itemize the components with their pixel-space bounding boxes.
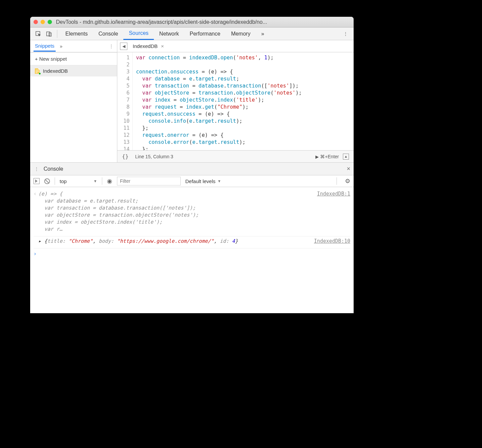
console-toolbar: top▼ ◉ Default levels ▼ ⚙ <box>30 175 354 187</box>
panel-tab-console[interactable]: Console <box>93 27 124 40</box>
filter-input[interactable] <box>117 177 181 185</box>
console-drawer-header: ⋮ Console × <box>30 162 354 175</box>
sidebar-menu-icon[interactable]: ⋮ <box>109 44 114 49</box>
context-selector[interactable]: top▼ <box>60 178 97 184</box>
execution-context-icon[interactable] <box>34 178 40 184</box>
source-link[interactable]: IndexedDB:1 <box>314 190 350 233</box>
console-output: ‹ (e) => { var database = e.target.resul… <box>30 187 354 313</box>
settings-menu-icon[interactable]: ⋮ <box>342 30 350 38</box>
console-message: ‹ (e) => { var database = e.target.resul… <box>34 189 350 236</box>
traffic-lights <box>34 20 52 24</box>
clear-console-icon[interactable] <box>44 178 50 184</box>
sources-sidebar: Snippets » ⋮ + New snippet IndexedDB <box>30 40 117 162</box>
inspect-icon[interactable] <box>34 30 42 38</box>
toggle-navigator-icon[interactable]: ◀ <box>120 43 127 50</box>
toggle-drawer-icon[interactable]: ▲ <box>343 154 349 160</box>
panel-tab-elements[interactable]: Elements <box>60 27 93 40</box>
code-content[interactable]: var connection = indexedDB.open('notes',… <box>133 52 305 150</box>
line-gutter: 123456789101112131415 <box>117 52 133 150</box>
panel-tab-sources[interactable]: Sources <box>123 27 154 40</box>
editor-statusbar: {} Line 15, Column 3 ▶ ⌘+Enter ▲ <box>117 150 354 162</box>
file-tab[interactable]: IndexedDB × <box>133 43 164 49</box>
panel-tab-memory[interactable]: Memory <box>226 27 256 40</box>
file-tab-label: IndexedDB <box>133 43 158 49</box>
svg-rect-5 <box>36 71 39 72</box>
close-window-button[interactable] <box>34 20 38 24</box>
console-prompt[interactable]: › <box>34 248 350 260</box>
more-sidebar-tabs-icon[interactable]: » <box>60 44 62 49</box>
console-settings-icon[interactable]: ⚙ <box>345 177 350 185</box>
pretty-print-icon[interactable]: {} <box>122 153 128 160</box>
close-drawer-icon[interactable]: × <box>347 165 350 172</box>
svg-rect-6 <box>36 72 38 73</box>
svg-rect-1 <box>47 32 50 36</box>
panel-tab-performance[interactable]: Performance <box>184 27 226 40</box>
expand-icon[interactable]: ‹ <box>34 190 38 233</box>
snippet-item[interactable]: IndexedDB <box>30 65 117 76</box>
device-toggle-icon[interactable] <box>45 30 53 38</box>
devtools-window: DevTools - mdn.github.io/learning-area/j… <box>30 17 354 313</box>
panel-tab-network[interactable]: Network <box>154 27 184 40</box>
log-levels-selector[interactable]: Default levels ▼ <box>185 178 221 184</box>
titlebar: DevTools - mdn.github.io/learning-area/j… <box>30 17 354 27</box>
source-link[interactable]: IndexedDB:10 <box>311 238 350 245</box>
drawer-menu-icon[interactable]: ⋮ <box>34 166 39 172</box>
run-snippet-button[interactable]: ▶ ⌘+Enter <box>315 154 339 159</box>
editor-pane: ◀ IndexedDB × 123456789101112131415 var … <box>117 40 354 162</box>
cursor-position: Line 15, Column 3 <box>135 154 173 159</box>
maximize-window-button[interactable] <box>48 20 52 24</box>
code-editor[interactable]: 123456789101112131415 var connection = i… <box>117 52 354 150</box>
minimize-window-button[interactable] <box>41 20 45 24</box>
console-message: ▸ {title: "Chrome", body: "https://www.g… <box>34 236 350 248</box>
snippets-tab[interactable]: Snippets <box>34 43 56 52</box>
snippet-name: IndexedDB <box>43 68 68 74</box>
unsaved-indicator-icon <box>39 72 41 75</box>
live-expression-icon[interactable]: ◉ <box>107 177 112 185</box>
close-tab-icon[interactable]: × <box>161 43 164 49</box>
snippet-file-icon <box>35 68 40 74</box>
more-panels-icon[interactable]: » <box>256 27 269 40</box>
console-title: Console <box>44 166 63 172</box>
panel-tabbar: ElementsConsoleSourcesNetworkPerformance… <box>30 27 354 40</box>
window-title: DevTools - mdn.github.io/learning-area/j… <box>56 19 350 25</box>
new-snippet-button[interactable]: + New snippet <box>30 52 117 65</box>
